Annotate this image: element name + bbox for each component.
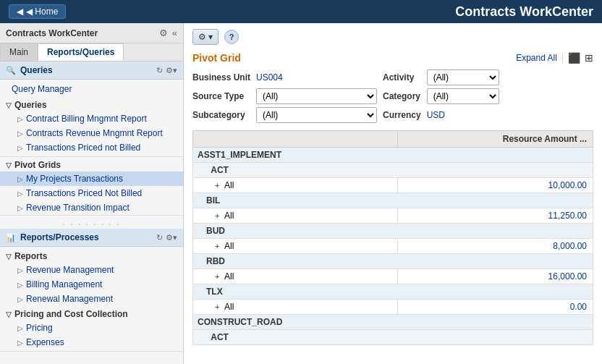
collapse-icon[interactable]: « (172, 27, 177, 38)
subcategory-label: Subcategory (192, 110, 250, 120)
queries-section: 🔍 Queries ↻ ⚙▾ Query Manager ▽ Queries ▷… (0, 62, 183, 157)
reports-content: ▽ Reports ▷ Revenue Management ▷ Billing… (0, 247, 183, 351)
main-layout: Contracts WorkCenter ⚙ « Main Reports/Qu… (0, 23, 602, 364)
queries-content: Query Manager ▽ Queries ▷ Contract Billi… (0, 80, 183, 156)
item-icon-4: ▷ (17, 175, 23, 183)
col-header-amount: Resource Amount ... (398, 131, 593, 148)
amount-cell: 10,000.00 (398, 178, 593, 193)
table-row: BIL (193, 193, 593, 208)
queries-refresh-icon[interactable]: ↻ (156, 66, 163, 75)
dropdown-arrow: ▾ (208, 32, 213, 42)
table-row: BUD (193, 224, 593, 239)
pivot-arrow: ▽ (6, 161, 12, 169)
sidebar-item-expenses[interactable]: ▷ Expenses (0, 335, 183, 350)
pivot-grids-section: ▽ Pivot Grids ▷ My Projects Transactions… (0, 157, 183, 216)
settings-dropdown-button[interactable]: ⚙ ▾ (192, 29, 219, 45)
table-row: ASST1_IMPLEMENT (193, 148, 593, 163)
sidebar-item-revenue-mgmt[interactable]: ▷ Revenue Management (0, 263, 183, 277)
queries-arrow: ▽ (6, 101, 12, 109)
table-row: + All (193, 300, 398, 315)
pivot-grid-title: Pivot Grid (192, 52, 241, 64)
activity-select[interactable]: (All) (427, 69, 499, 85)
activity-label: Activity (383, 72, 421, 82)
tab-reports-queries[interactable]: Reports/Queries (38, 43, 124, 61)
queries-settings-icon[interactable]: ⚙▾ (166, 66, 177, 75)
amount-cell: 11,250.00 (398, 208, 593, 224)
source-type-label: Source Type (192, 91, 250, 101)
reports-refresh-icon[interactable]: ↻ (156, 233, 163, 242)
queries-section-header: 🔍 Queries ↻ ⚙▾ (0, 62, 183, 80)
table-row: + All (193, 239, 398, 254)
item-icon-1: ▷ (17, 115, 23, 123)
table-row: + All (193, 208, 398, 224)
app-header: ◀ ◀ Home Contracts WorkCenter (0, 0, 602, 23)
queries-section-title: Queries (20, 65, 53, 75)
sidebar-header-icons: ⚙ « (159, 27, 177, 38)
item-icon-8: ▷ (17, 281, 23, 289)
sidebar-header: Contracts WorkCenter ⚙ « (0, 23, 183, 43)
sidebar-title: Contracts WorkCenter (6, 28, 98, 38)
back-button[interactable]: ◀ ◀ Home (9, 4, 66, 19)
source-type-select[interactable]: (All) (256, 88, 377, 104)
pivot-grids-title: Pivot Grids (14, 160, 61, 170)
item-icon-9: ▷ (17, 295, 23, 303)
expand-all-link[interactable]: Expand All (516, 53, 557, 63)
back-icon: ◀ (17, 7, 23, 17)
download-icon[interactable]: ⬛ (568, 52, 580, 64)
queries-group-label: ▽ Queries (0, 97, 183, 111)
reports-section-title: Reports/Processes (20, 232, 99, 242)
pipe-divider: | (561, 53, 564, 63)
back-label: ◀ Home (26, 7, 58, 17)
table-row: TLX (193, 284, 593, 300)
pricing-group-label: ▽ Pricing and Cost Collection (0, 306, 183, 321)
pivot-grid-actions: Expand All | ⬛ ⊞ (516, 52, 593, 64)
help-button[interactable]: ? (224, 30, 239, 44)
reports-section-icon: 📊 (6, 233, 16, 242)
sidebar-item-contract-billing[interactable]: ▷ Contract Billing Mngmnt Report (0, 111, 183, 126)
table-row: + All (193, 178, 398, 193)
main-content: ⚙ ▾ ? Pivot Grid Expand All | ⬛ ⊞ Busine… (184, 23, 602, 364)
table-row: ACT (193, 330, 593, 345)
subcategory-select[interactable]: (All) (256, 107, 377, 123)
item-icon-6: ▷ (17, 204, 23, 212)
col-header-label (193, 131, 398, 148)
sidebar-item-transactions-priced[interactable]: ▷ Transactions Priced not Billed (0, 140, 183, 155)
sidebar-item-pricing[interactable]: ▷ Pricing (0, 321, 183, 335)
business-unit-label: Business Unit (192, 72, 250, 82)
queries-sub-label: Queries (14, 100, 47, 110)
sidebar-item-my-projects[interactable]: ▷ My Projects Transactions (0, 172, 183, 186)
item-icon-7: ▷ (17, 266, 23, 274)
grid-icon[interactable]: ⊞ (585, 52, 593, 64)
pivot-table: Resource Amount ... ASST1_IMPLEMENT ACT+… (192, 130, 593, 345)
sidebar: Contracts WorkCenter ⚙ « Main Reports/Qu… (0, 23, 184, 364)
business-unit-value: US004 (256, 72, 283, 82)
sidebar-item-transactions-priced-nb[interactable]: ▷ Transactions Priced Not Billed (0, 186, 183, 200)
sidebar-item-billing-mgmt[interactable]: ▷ Billing Management (0, 277, 183, 292)
content-toolbar: ⚙ ▾ ? (192, 29, 593, 45)
sidebar-item-contracts-revenue[interactable]: ▷ Contracts Revenue Mngmnt Report (0, 126, 183, 140)
sidebar-item-renewal-mgmt[interactable]: ▷ Renewal Management (0, 292, 183, 306)
gear-icon-main: ⚙ (198, 32, 206, 42)
sidebar-tabs: Main Reports/Queries (0, 43, 183, 62)
gear-icon[interactable]: ⚙ (159, 27, 168, 38)
filter-grid: Business Unit US004 Activity (All) Sourc… (192, 69, 593, 123)
reports-section-header: 📊 Reports/Processes ↻ ⚙▾ (0, 229, 183, 247)
currency-value: USD (427, 110, 499, 120)
item-icon-3: ▷ (17, 144, 23, 152)
query-manager-item[interactable]: Query Manager (0, 81, 183, 97)
table-row: + All (193, 269, 398, 284)
category-label: Category (383, 91, 421, 101)
item-icon-11: ▷ (17, 339, 23, 347)
pricing-arrow: ▽ (6, 310, 12, 318)
page-title: Contracts WorkCenter (75, 4, 593, 20)
table-row: ACT (193, 163, 593, 178)
reports-settings-icon[interactable]: ⚙▾ (166, 233, 177, 242)
tab-main[interactable]: Main (0, 43, 38, 61)
table-row: CONSTRUCT_ROAD (193, 315, 593, 330)
sidebar-item-revenue-transition[interactable]: ▷ Revenue Transition Impact (0, 200, 183, 215)
reports-group-label: ▽ Reports (0, 248, 183, 263)
category-select[interactable]: (All) (427, 88, 499, 104)
item-icon-2: ▷ (17, 130, 23, 137)
amount-cell: 0.00 (398, 300, 593, 315)
table-row: RBD (193, 254, 593, 269)
